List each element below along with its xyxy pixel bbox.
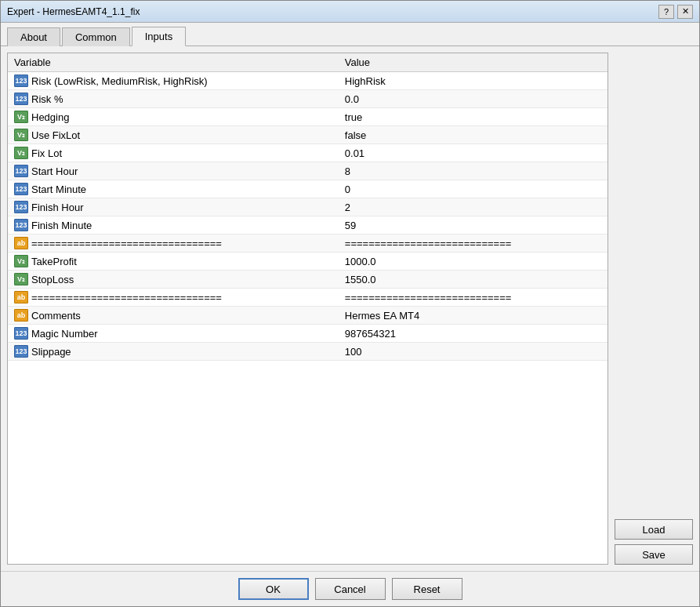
table-row[interactable]: 123Finish Hour2 [8, 198, 608, 216]
title-buttons: ? ✕ [658, 5, 693, 19]
table-cell-variable: ab================================ [8, 289, 339, 307]
close-button[interactable]: ✕ [677, 5, 693, 19]
type-icon: V₂ [14, 273, 28, 285]
table-cell-value: false [339, 126, 608, 144]
table-cell-variable: 123Risk (LowRisk, MediumRisk, HighRisk) [8, 72, 339, 90]
type-icon: 123 [14, 219, 28, 231]
table-row[interactable]: 123Start Hour8 [8, 162, 608, 180]
table-cell-variable: V₂TakeProfit [8, 253, 339, 271]
table-row[interactable]: V₂StopLoss1550.0 [8, 271, 608, 289]
action-buttons: Load Save [615, 514, 693, 565]
table-cell-value: 2 [339, 198, 608, 216]
type-icon: 123 [14, 165, 28, 177]
tab-bar: About Common Inputs [1, 23, 699, 46]
reset-button[interactable]: Reset [392, 578, 462, 600]
tab-common[interactable]: Common [62, 27, 130, 46]
table-row[interactable]: ab======================================… [8, 234, 608, 253]
table-cell-value: 0 [339, 180, 608, 198]
load-button[interactable]: Load [615, 519, 693, 540]
table-row[interactable]: abCommentsHermes EA MT4 [8, 307, 608, 325]
type-icon: V₂ [14, 111, 28, 123]
table-row[interactable]: 123Risk %0.0 [8, 90, 608, 108]
table-cell-variable: 123Finish Minute [8, 216, 339, 234]
table-row[interactable]: 123Risk (LowRisk, MediumRisk, HighRisk)H… [8, 72, 608, 90]
table-cell-variable: V₂Fix Lot [8, 144, 339, 162]
table-row[interactable]: ab======================================… [8, 289, 608, 307]
type-icon: 123 [14, 345, 28, 358]
table-cell-variable: V₂Hedging [8, 108, 339, 126]
tab-inputs[interactable]: Inputs [132, 27, 186, 46]
cancel-button[interactable]: Cancel [315, 578, 386, 600]
variables-table: Variable Value 123Risk (LowRisk, MediumR… [8, 53, 608, 361]
table-cell-value: 100 [339, 343, 608, 361]
table-row[interactable]: V₂Use FixLotfalse [8, 126, 608, 144]
content-area: Variable Value 123Risk (LowRisk, MediumR… [1, 46, 699, 571]
variables-table-container: Variable Value 123Risk (LowRisk, MediumR… [7, 53, 608, 565]
table-cell-value: ============================ [339, 234, 608, 253]
table-cell-variable: 123Slippage [8, 343, 339, 361]
table-cell-variable: V₂Use FixLot [8, 126, 339, 144]
table-header-row: Variable Value [8, 53, 608, 72]
table-cell-variable: 123Finish Hour [8, 198, 339, 216]
column-value: Value [339, 53, 608, 72]
type-icon: V₂ [14, 147, 28, 159]
type-icon: ab [14, 309, 28, 322]
type-icon: 123 [14, 327, 28, 340]
type-icon: 123 [14, 183, 28, 195]
table-cell-variable: 123Start Hour [8, 162, 339, 180]
table-row[interactable]: 123Finish Minute59 [8, 216, 608, 234]
table-row[interactable]: 123Start Minute0 [8, 180, 608, 198]
type-icon: ab [14, 291, 28, 304]
table-row[interactable]: 123Magic Number987654321 [8, 325, 608, 343]
table-cell-variable: 123Risk % [8, 90, 339, 108]
table-cell-value: 1000.0 [339, 253, 608, 271]
table-cell-value: ============================ [339, 289, 608, 307]
window-title: Expert - HermesEAMT4_1.1_fix [7, 6, 140, 17]
help-button[interactable]: ? [658, 5, 674, 19]
table-cell-value: HighRisk [339, 72, 608, 90]
type-icon: V₂ [14, 255, 28, 267]
ok-button[interactable]: OK [238, 578, 309, 600]
type-icon: V₂ [14, 129, 28, 141]
tab-about[interactable]: About [7, 27, 60, 46]
table-cell-value: 0.01 [339, 144, 608, 162]
type-icon: 123 [14, 75, 28, 87]
main-window: Expert - HermesEAMT4_1.1_fix ? ✕ About C… [0, 0, 700, 607]
table-cell-value: true [339, 108, 608, 126]
column-variable: Variable [8, 53, 339, 72]
table-row[interactable]: V₂Fix Lot0.01 [8, 144, 608, 162]
footer-buttons: OK Cancel Reset [1, 571, 699, 606]
table-cell-value: 8 [339, 162, 608, 180]
table-cell-variable: V₂StopLoss [8, 271, 339, 289]
table-cell-variable: 123Start Minute [8, 180, 339, 198]
table-cell-value: 0.0 [339, 90, 608, 108]
table-row[interactable]: 123Slippage100 [8, 343, 608, 361]
type-icon: 123 [14, 93, 28, 105]
type-icon: 123 [14, 201, 28, 213]
table-cell-variable: abComments [8, 307, 339, 325]
table-cell-variable: ab================================ [8, 234, 339, 253]
table-cell-value: 987654321 [339, 325, 608, 343]
table-row[interactable]: V₂Hedgingtrue [8, 108, 608, 126]
table-cell-value: 1550.0 [339, 271, 608, 289]
save-button[interactable]: Save [615, 544, 693, 565]
type-icon: ab [14, 237, 28, 249]
table-cell-value: 59 [339, 216, 608, 234]
table-cell-value: Hermes EA MT4 [339, 307, 608, 325]
title-bar: Expert - HermesEAMT4_1.1_fix ? ✕ [1, 1, 699, 23]
table-cell-variable: 123Magic Number [8, 325, 339, 343]
table-row[interactable]: V₂TakeProfit1000.0 [8, 253, 608, 271]
